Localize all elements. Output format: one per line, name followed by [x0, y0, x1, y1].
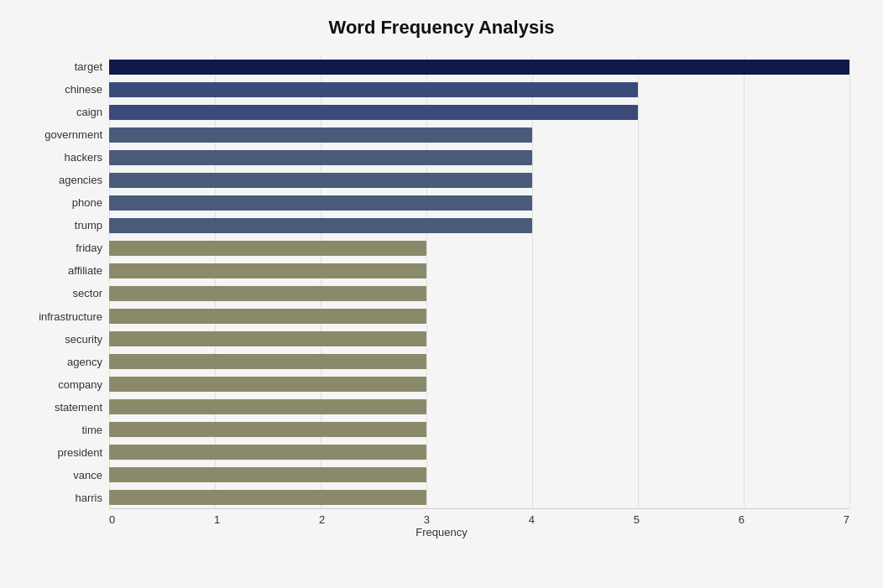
- bar-row: [109, 284, 849, 303]
- y-label: agencies: [59, 174, 102, 185]
- chart-title: Word Frequency Analysis: [17, 17, 866, 39]
- bar: [109, 331, 426, 346]
- bar: [109, 286, 426, 301]
- bar-row: [109, 148, 849, 167]
- bar: [109, 82, 638, 97]
- bar: [109, 467, 426, 482]
- y-label: friday: [76, 242, 102, 253]
- bar: [109, 173, 532, 188]
- bar-row: [109, 194, 849, 212]
- bar: [109, 218, 532, 233]
- x-tick: 4: [529, 513, 535, 526]
- bar-row: [109, 307, 849, 325]
- y-label: time: [81, 424, 102, 435]
- bar-row: [109, 398, 849, 416]
- bar: [109, 445, 426, 460]
- x-axis: 01234567: [109, 513, 849, 526]
- bar: [109, 490, 426, 505]
- y-label: infrastructure: [39, 311, 102, 322]
- bar: [109, 263, 426, 278]
- bar-row: [109, 375, 849, 393]
- bar: [109, 150, 532, 165]
- bar-row: [109, 488, 849, 507]
- bar-row: [109, 239, 849, 258]
- bar-row: [109, 216, 849, 235]
- x-tick: 2: [319, 513, 325, 526]
- bar-row: [109, 58, 849, 76]
- y-label: agency: [67, 356, 102, 367]
- y-label: statement: [55, 402, 102, 413]
- x-tick: 5: [634, 513, 640, 526]
- y-labels: targetchinesecaigngovernmenthackersagenc…: [17, 55, 109, 509]
- bar: [109, 354, 426, 369]
- bar-row: [109, 81, 849, 99]
- bar: [109, 422, 426, 437]
- x-tick: 0: [109, 513, 115, 526]
- bar-row: [109, 420, 849, 439]
- bar-row: [109, 262, 849, 280]
- y-label: sector: [73, 288, 102, 299]
- x-tick: 3: [424, 513, 430, 526]
- y-label: president: [58, 447, 102, 458]
- bar: [109, 241, 426, 256]
- chart-container: Word Frequency Analysis 01234567 Frequen…: [0, 0, 883, 588]
- bar: [109, 195, 532, 211]
- bar: [109, 60, 849, 75]
- bar: [109, 377, 426, 392]
- y-label: chinese: [65, 84, 102, 95]
- bar-row: [109, 171, 849, 190]
- bar-row: [109, 126, 849, 144]
- bar-row: [109, 466, 849, 484]
- y-label: target: [75, 61, 102, 72]
- y-label: caign: [76, 107, 102, 117]
- x-axis-label: Frequency: [415, 526, 467, 539]
- bar: [109, 309, 426, 324]
- y-label: security: [65, 334, 102, 345]
- bar-row: [109, 443, 849, 461]
- y-label: vance: [73, 470, 102, 481]
- x-tick: 1: [214, 513, 220, 526]
- bar: [109, 399, 426, 414]
- bar: [109, 127, 532, 143]
- y-label: phone: [72, 197, 102, 208]
- y-label: hackers: [64, 152, 102, 163]
- y-label: company: [58, 379, 102, 390]
- y-label: government: [44, 129, 102, 140]
- bars-area: [109, 55, 849, 508]
- x-tick: 6: [739, 513, 745, 526]
- bar-row: [109, 352, 849, 371]
- bar-row: [109, 330, 849, 348]
- y-label: trump: [75, 220, 102, 231]
- x-tick: 7: [844, 513, 849, 526]
- bar-row: [109, 103, 849, 122]
- y-label: harris: [75, 492, 102, 503]
- y-label: affiliate: [68, 265, 102, 276]
- bar: [109, 105, 638, 120]
